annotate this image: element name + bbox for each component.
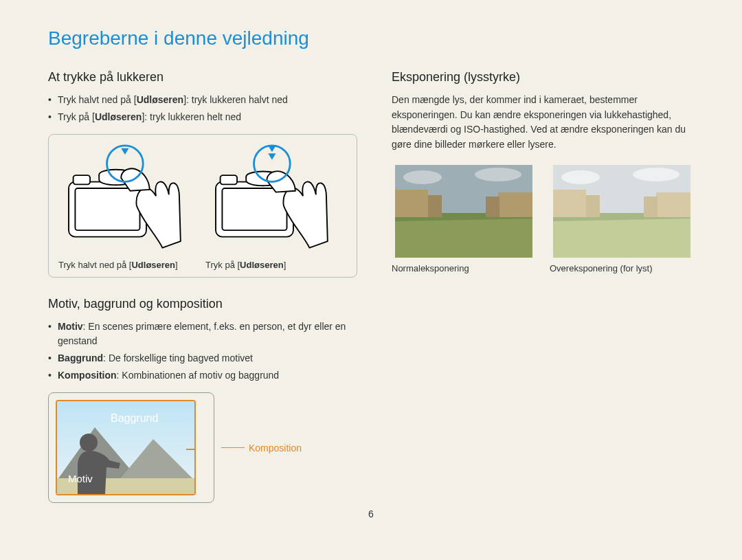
svg-rect-8 <box>221 175 237 184</box>
shutter-heading: At trykke på lukkeren <box>48 70 350 85</box>
bullet-bold: Motiv <box>58 321 83 332</box>
exposure-over-image <box>550 165 694 258</box>
svg-point-24 <box>475 168 521 181</box>
half-press-caption: Tryk halvt ned på [Udløseren] <box>58 260 189 270</box>
exposure-heading: Eksponering (lysstyrke) <box>392 70 694 85</box>
svg-point-31 <box>561 170 600 184</box>
svg-rect-27 <box>553 190 586 217</box>
composition-bullet-2: Baggrund: De forskellige ting bagved mot… <box>48 351 350 366</box>
svg-rect-7 <box>222 188 286 230</box>
composition-heading: Motiv, baggrund og komposition <box>48 297 350 311</box>
bullet-prefix: Tryk halvt ned på [ <box>58 94 137 105</box>
shutter-bullet-1: Tryk halvt ned på [Udløseren]: tryk lukk… <box>48 93 350 107</box>
svg-rect-20 <box>428 195 442 217</box>
caption-suffix: ] <box>284 260 286 270</box>
bullet-text: : Kombinationen af motiv og baggrund <box>117 370 280 381</box>
bullet-prefix: Tryk på [ <box>58 111 95 122</box>
composition-bullet-1: Motiv: En scenes primære element, f.eks.… <box>48 320 350 348</box>
composition-bullet-3: Komposition: Kombinationen af motiv og b… <box>48 368 350 383</box>
camera-full-press-illustration <box>205 144 336 257</box>
composition-label-background: Baggrund <box>111 412 158 424</box>
svg-rect-28 <box>586 195 600 217</box>
exposure-over-caption: Overeksponering (for lyst) <box>550 263 694 273</box>
composition-side-label: Komposition <box>221 443 302 453</box>
svg-marker-5 <box>121 148 128 155</box>
caption-bold: Udløseren <box>131 260 175 270</box>
bullet-bold: Komposition <box>58 370 117 381</box>
bullet-bold: Baggrund <box>58 352 103 363</box>
exposure-normal-caption: Normaleksponering <box>392 263 536 273</box>
bullet-suffix: ]: tryk lukkeren helt ned <box>142 111 241 122</box>
svg-rect-19 <box>395 190 428 217</box>
caption-bold: Udløseren <box>240 260 284 270</box>
composition-label-subject: Motiv <box>68 473 93 484</box>
composition-label-composition: Komposition <box>249 443 302 453</box>
svg-marker-12 <box>268 153 276 159</box>
caption-prefix: Tryk på [ <box>205 260 240 270</box>
svg-rect-1 <box>75 188 139 230</box>
svg-rect-21 <box>498 192 532 217</box>
exposure-normal-image <box>392 165 536 258</box>
composition-illustration-frame: Baggrund Motiv <box>48 392 214 503</box>
svg-marker-11 <box>268 146 276 152</box>
page-title: Begreberne i denne vejledning <box>48 27 694 49</box>
page-number: 6 <box>48 508 694 519</box>
svg-point-15 <box>80 434 98 451</box>
caption-prefix: Tryk halvt ned på [ <box>58 260 131 270</box>
bullet-suffix: ]: tryk lukkeren halvt ned <box>183 94 288 105</box>
svg-point-23 <box>403 170 442 184</box>
shutter-illustration-frame: Tryk halvt ned på [Udløseren] Tryk på [U… <box>48 134 357 278</box>
bullet-text: : En scenes primære element, f.eks. en p… <box>58 321 346 346</box>
bullet-bold: Udløseren <box>95 111 142 122</box>
shutter-bullets: Tryk halvt ned på [Udløseren]: tryk lukk… <box>48 93 350 124</box>
svg-rect-30 <box>644 197 657 217</box>
composition-bullets: Motiv: En scenes primære element, f.eks.… <box>48 320 350 383</box>
pointer-line-icon <box>221 447 245 448</box>
caption-suffix: ] <box>175 260 178 270</box>
shutter-bullet-2: Tryk på [Udløseren]: tryk lukkeren helt … <box>48 110 350 124</box>
composition-illustration: Baggrund Motiv <box>56 400 196 495</box>
camera-half-press-illustration <box>58 144 189 257</box>
svg-rect-22 <box>486 197 499 217</box>
svg-rect-29 <box>656 192 690 217</box>
full-press-caption: Tryk på [Udløseren] <box>205 260 336 270</box>
svg-point-32 <box>633 168 679 181</box>
exposure-paragraph: Den mængde lys, der kommer ind i kamerae… <box>392 93 694 153</box>
svg-rect-2 <box>74 175 90 184</box>
bullet-text: : De forskellige ting bagved motivet <box>103 352 253 363</box>
bullet-bold: Udløseren <box>137 94 183 105</box>
